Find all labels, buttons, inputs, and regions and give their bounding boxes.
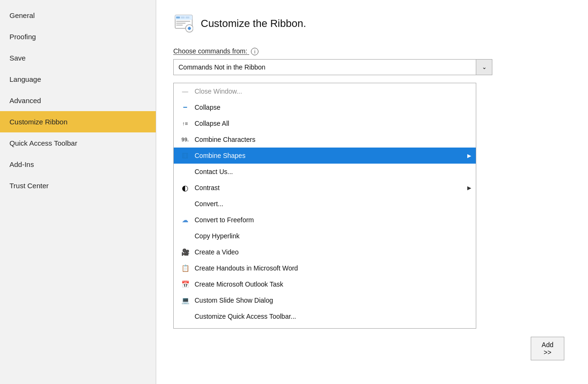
customize-ribbon-icon [173, 13, 194, 34]
command-label-close-window: Close Window... [195, 87, 471, 95]
sidebar-item-proofing[interactable]: Proofing [0, 26, 156, 47]
commands-list-container: —Close Window...−Collapse↑≡Collapse All9… [173, 83, 476, 329]
command-label-create-video: Create a Video [195, 248, 471, 256]
main-content: Customize the Ribbon. Choose commands fr… [156, 0, 588, 384]
command-item-contrast[interactable]: ◐Contrast▶ [174, 180, 476, 196]
command-icon-custom-slide-show: 💻 [178, 295, 192, 305]
command-label-collapse: Collapse [195, 104, 471, 111]
svg-point-9 [188, 27, 191, 30]
command-label-create-handouts: Create Handouts in Microsoft Word [195, 264, 471, 272]
commands-dropdown[interactable]: Commands Not in the Ribbon [173, 59, 476, 75]
command-label-contrast: Contrast [195, 184, 467, 192]
command-item-collapse[interactable]: −Collapse [174, 99, 476, 115]
command-label-copy-hyperlink: Copy Hyperlink [195, 232, 471, 240]
submenu-arrow-icon: ▶ [467, 185, 471, 191]
chevron-down-icon: ⌄ [482, 64, 487, 70]
command-label-collapse-all: Collapse All [195, 120, 471, 127]
command-label-combine-characters: Combine Characters [195, 136, 471, 143]
command-icon-collapse-all: ↑≡ [178, 118, 192, 129]
command-item-contact-us[interactable]: Contact Us... [174, 164, 476, 180]
command-item-create-outlook-task[interactable]: 📅Create Microsoft Outlook Task [174, 276, 476, 292]
sidebar-item-trust-center[interactable]: Trust Center [0, 175, 156, 196]
command-icon-combine-characters: 99. [178, 134, 192, 145]
command-item-combine-shapes[interactable]: ⚅Combine Shapes▶ [174, 148, 476, 164]
command-icon-copy-hyperlink [178, 231, 192, 241]
command-label-convert-freeform: Convert to Freeform [195, 216, 471, 224]
sidebar-item-save[interactable]: Save [0, 47, 156, 69]
command-item-collapse-all[interactable]: ↑≡Collapse All [174, 115, 476, 131]
svg-rect-6 [176, 23, 186, 24]
command-label-custom-slide-show: Custom Slide Show Dialog [195, 297, 471, 304]
command-icon-create-outlook-task: 📅 [178, 279, 192, 289]
command-icon-create-handouts: 📋 [178, 263, 192, 273]
submenu-arrow-icon: ▶ [467, 153, 471, 159]
command-label-create-outlook-task: Create Microsoft Outlook Task [195, 280, 471, 288]
svg-rect-4 [186, 17, 189, 18]
svg-rect-2 [176, 17, 180, 18]
command-item-create-handouts[interactable]: 📋Create Handouts in Microsoft Word [174, 260, 476, 276]
command-label-combine-shapes: Combine Shapes [195, 152, 467, 159]
command-icon-contrast: ◐ [178, 183, 192, 193]
command-item-convert-freeform[interactable]: ☁Convert to Freeform [174, 212, 476, 228]
sidebar-item-advanced[interactable]: Advanced [0, 90, 156, 111]
commands-list: —Close Window...−Collapse↑≡Collapse All9… [174, 83, 476, 328]
command-item-close-window[interactable]: —Close Window... [174, 83, 476, 99]
svg-rect-7 [176, 25, 183, 26]
page-title: Customize the Ribbon. [201, 17, 306, 30]
svg-rect-5 [176, 21, 190, 22]
command-icon-convert [178, 199, 192, 209]
command-item-custom-slide-show[interactable]: 💻Custom Slide Show Dialog [174, 292, 476, 308]
settings-sidebar: GeneralProofingSaveLanguageAdvancedCusto… [0, 0, 156, 384]
command-icon-convert-freeform: ☁ [178, 215, 192, 225]
sidebar-item-customize-ribbon[interactable]: Customize Ribbon [0, 111, 156, 132]
sidebar-item-language[interactable]: Language [0, 69, 156, 90]
title-row: Customize the Ribbon. [173, 13, 571, 34]
command-label-customize-toolbar: Customize Quick Access Toolbar... [195, 313, 471, 320]
command-item-convert[interactable]: Convert... [174, 196, 476, 212]
add-button[interactable]: Add >> [531, 337, 564, 360]
choose-commands-label: Choose commands from: i [173, 47, 571, 55]
svg-rect-3 [181, 17, 185, 18]
command-label-contact-us: Contact Us... [195, 168, 471, 175]
sidebar-item-quick-access[interactable]: Quick Access Toolbar [0, 132, 156, 154]
command-icon-contact-us [178, 166, 192, 177]
command-icon-close-window: — [178, 86, 192, 96]
dropdown-row: Commands Not in the Ribbon ⌄ [173, 59, 571, 75]
command-label-convert: Convert... [195, 200, 471, 208]
command-icon-collapse: − [178, 102, 192, 113]
command-item-copy-hyperlink[interactable]: Copy Hyperlink [174, 228, 476, 244]
command-icon-combine-shapes: ⚅ [178, 150, 192, 161]
command-item-create-video[interactable]: 🎥Create a Video [174, 244, 476, 260]
info-icon: i [251, 48, 258, 55]
sidebar-item-general[interactable]: General [0, 5, 156, 26]
command-item-combine-characters[interactable]: 99.Combine Characters [174, 131, 476, 148]
command-icon-create-video: 🎥 [178, 247, 192, 257]
command-icon-customize-toolbar [178, 311, 192, 322]
sidebar-item-add-ins[interactable]: Add-Ins [0, 154, 156, 175]
command-item-customize-toolbar[interactable]: Customize Quick Access Toolbar... [174, 308, 476, 324]
dropdown-chevron-button[interactable]: ⌄ [476, 59, 492, 75]
